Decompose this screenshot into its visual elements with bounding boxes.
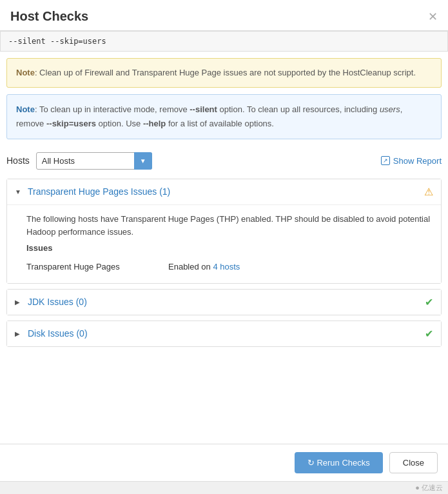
warning-icon: ⚠ — [424, 186, 433, 198]
section-thp: ▼ Transparent Huge Pages Issues (1) ⚠ Th… — [6, 179, 442, 284]
note-firewall: Note: Clean up of Firewall and Transpare… — [6, 58, 442, 88]
note1-label: Note — [16, 68, 35, 77]
note2-text2: option. To clean up all resources, inclu… — [217, 104, 380, 114]
dialog-title: Host Checks — [10, 9, 88, 24]
content-area: --silent --skip=users Note: Clean up of … — [0, 31, 448, 444]
note2-bold1: --silent — [190, 104, 217, 114]
note2-label: Note — [16, 104, 35, 114]
section-jdk: ▶ JDK Issues (0) ✔ — [6, 289, 442, 315]
thp-issues-label: Issues — [26, 242, 431, 255]
show-report-icon: ↗ — [381, 156, 390, 165]
close-button[interactable]: Close — [389, 452, 438, 473]
thp-description: The following hosts have Transparent Hug… — [26, 213, 431, 240]
chevron-disk-icon: ▶ — [15, 330, 23, 337]
section-jdk-title: JDK Issues (0) — [28, 297, 420, 307]
section-thp-header[interactable]: ▼ Transparent Huge Pages Issues (1) ⚠ — [7, 179, 441, 204]
rerun-checks-button[interactable]: ↻ Rerun Checks — [295, 452, 383, 473]
section-disk-header[interactable]: ▶ Disk Issues (0) ✔ — [7, 321, 441, 346]
thp-issue-name: Transparent Huge Pages — [26, 261, 168, 274]
show-report-link[interactable]: ↗ Show Report — [381, 156, 442, 166]
code-block: --silent --skip=users — [0, 31, 448, 52]
note2-bold2: --skip=users — [46, 119, 96, 128]
chevron-thp-icon: ▼ — [15, 188, 23, 195]
note2-text4: option. Use — [96, 119, 143, 128]
thp-issue-value: Enabled on 4 hosts — [168, 261, 240, 274]
host-checks-dialog: Host Checks ✕ --silent --skip=users Note… — [0, 0, 448, 494]
section-thp-title: Transparent Huge Pages Issues (1) — [28, 186, 419, 197]
dialog-header: Host Checks ✕ — [0, 0, 448, 31]
hosts-select-wrapper: All Hosts — [36, 152, 152, 170]
note2-text5: for a list of available options. — [166, 119, 274, 128]
section-disk-title: Disk Issues (0) — [28, 328, 420, 339]
chevron-jdk-icon: ▶ — [15, 299, 23, 306]
thp-issues-row: Transparent Huge Pages Enabled on 4 host… — [26, 261, 431, 274]
thp-issue-value-text: Enabled on — [168, 262, 213, 272]
ok-icon-disk: ✔ — [425, 328, 433, 340]
watermark: ● 亿速云 — [0, 481, 448, 494]
hosts-select[interactable]: All Hosts — [36, 152, 152, 170]
section-jdk-header[interactable]: ▶ JDK Issues (0) ✔ — [7, 290, 441, 315]
note1-text: : Clean up of Firewall and Transparent H… — [35, 68, 416, 77]
show-report-label: Show Report — [393, 156, 442, 166]
dialog-footer: ↻ Rerun Checks Close — [0, 444, 448, 481]
thp-issue-link[interactable]: 4 hosts — [213, 262, 240, 272]
note2-text1: : To clean up in interactive mode, remov… — [35, 104, 190, 114]
close-icon[interactable]: ✕ — [428, 11, 438, 23]
ok-icon-jdk: ✔ — [425, 296, 433, 308]
hosts-label: Hosts — [6, 155, 30, 166]
hosts-row: Hosts All Hosts ↗ Show Report — [0, 146, 448, 176]
note2-italic1: users — [380, 104, 400, 114]
note2-bold3: --help — [143, 119, 166, 128]
note-interactive: Note: To clean up in interactive mode, r… — [6, 94, 442, 139]
section-disk: ▶ Disk Issues (0) ✔ — [6, 321, 442, 347]
section-thp-body: The following hosts have Transparent Hug… — [7, 204, 441, 283]
